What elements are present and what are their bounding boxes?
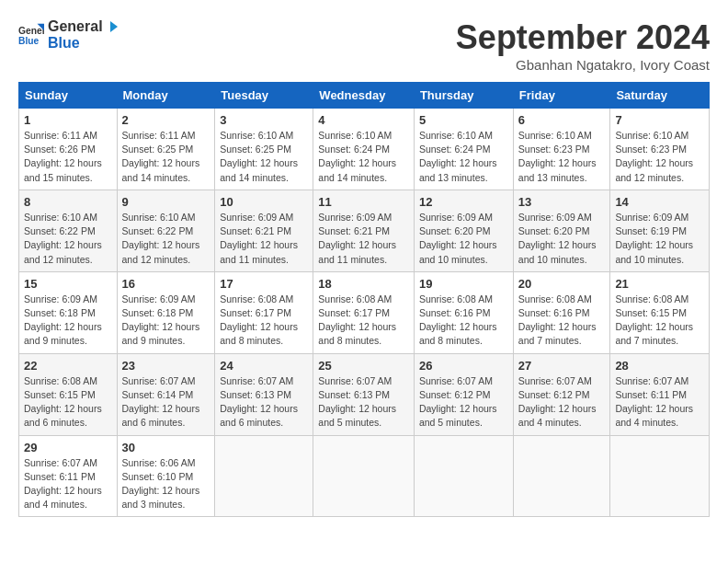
title-block: September 2024 Gbanhan Ngatakro, Ivory C…: [456, 18, 710, 73]
calendar-week-row: 8Sunrise: 6:10 AMSunset: 6:22 PMDaylight…: [19, 190, 710, 271]
calendar-cell: 15Sunrise: 6:09 AMSunset: 6:18 PMDayligh…: [19, 271, 118, 353]
day-number: 9: [122, 195, 210, 209]
calendar-cell: 27Sunrise: 6:07 AMSunset: 6:12 PMDayligh…: [513, 353, 610, 435]
svg-text:Blue: Blue: [18, 36, 40, 46]
day-number: 22: [24, 359, 112, 373]
calendar-cell: 19Sunrise: 6:08 AMSunset: 6:16 PMDayligh…: [414, 271, 513, 353]
day-number: 3: [220, 113, 308, 127]
logo-icon: General Blue: [18, 22, 44, 48]
calendar-cell: 11Sunrise: 6:09 AMSunset: 6:21 PMDayligh…: [313, 190, 415, 271]
calendar-header-row: SundayMondayTuesdayWednesdayThursdayFrid…: [19, 83, 710, 109]
day-info: Sunrise: 6:08 AMSunset: 6:16 PMDaylight:…: [419, 293, 508, 349]
day-number: 6: [518, 113, 606, 127]
day-number: 19: [419, 277, 508, 291]
day-info: Sunrise: 6:11 AMSunset: 6:25 PMDaylight:…: [122, 129, 210, 185]
calendar-cell: 30Sunrise: 6:06 AMSunset: 6:10 PMDayligh…: [117, 435, 215, 517]
logo-general-text: General: [48, 18, 103, 35]
day-info: Sunrise: 6:07 AMSunset: 6:11 PMDaylight:…: [24, 456, 112, 512]
weekday-header-thursday: Thursday: [414, 83, 513, 109]
calendar-cell: [513, 435, 610, 517]
day-number: 7: [615, 113, 704, 127]
logo-arrow-icon: [105, 19, 119, 34]
calendar-cell: [313, 435, 415, 517]
calendar-cell: [414, 435, 513, 517]
logo-blue-text: Blue: [48, 35, 80, 51]
day-info: Sunrise: 6:09 AMSunset: 6:20 PMDaylight:…: [419, 211, 508, 267]
day-info: Sunrise: 6:09 AMSunset: 6:21 PMDaylight:…: [220, 211, 308, 267]
day-info: Sunrise: 6:08 AMSunset: 6:15 PMDaylight:…: [24, 374, 112, 431]
month-title: September 2024: [456, 18, 710, 57]
calendar-cell: 7Sunrise: 6:10 AMSunset: 6:23 PMDaylight…: [610, 109, 710, 190]
calendar-cell: 12Sunrise: 6:09 AMSunset: 6:20 PMDayligh…: [414, 190, 513, 271]
calendar-table: SundayMondayTuesdayWednesdayThursdayFrid…: [18, 82, 710, 517]
calendar-cell: 14Sunrise: 6:09 AMSunset: 6:19 PMDayligh…: [610, 190, 710, 271]
day-number: 26: [419, 359, 508, 373]
calendar-cell: 5Sunrise: 6:10 AMSunset: 6:24 PMDaylight…: [414, 109, 513, 190]
day-number: 11: [318, 195, 409, 209]
calendar-cell: 16Sunrise: 6:09 AMSunset: 6:18 PMDayligh…: [117, 271, 215, 353]
day-info: Sunrise: 6:07 AMSunset: 6:13 PMDaylight:…: [220, 374, 308, 431]
calendar-cell: 18Sunrise: 6:08 AMSunset: 6:17 PMDayligh…: [313, 271, 415, 353]
calendar-cell: 17Sunrise: 6:08 AMSunset: 6:17 PMDayligh…: [215, 271, 313, 353]
day-info: Sunrise: 6:07 AMSunset: 6:12 PMDaylight:…: [419, 374, 508, 431]
calendar-week-row: 15Sunrise: 6:09 AMSunset: 6:18 PMDayligh…: [19, 271, 710, 353]
calendar-cell: 8Sunrise: 6:10 AMSunset: 6:22 PMDaylight…: [19, 190, 118, 271]
calendar-cell: [610, 435, 710, 517]
calendar-cell: 29Sunrise: 6:07 AMSunset: 6:11 PMDayligh…: [19, 435, 118, 517]
day-info: Sunrise: 6:09 AMSunset: 6:20 PMDaylight:…: [518, 211, 606, 267]
day-info: Sunrise: 6:08 AMSunset: 6:17 PMDaylight:…: [220, 293, 308, 349]
day-number: 14: [615, 195, 704, 209]
day-info: Sunrise: 6:10 AMSunset: 6:22 PMDaylight:…: [24, 211, 112, 267]
calendar-cell: 9Sunrise: 6:10 AMSunset: 6:22 PMDaylight…: [117, 190, 215, 271]
weekday-header-sunday: Sunday: [19, 83, 118, 109]
calendar-cell: 25Sunrise: 6:07 AMSunset: 6:13 PMDayligh…: [313, 353, 415, 435]
day-number: 13: [518, 195, 606, 209]
day-number: 20: [518, 277, 606, 291]
day-number: 16: [122, 277, 210, 291]
day-number: 15: [24, 277, 112, 291]
weekday-header-monday: Monday: [117, 83, 215, 109]
page-header: General Blue General Blue September 2024…: [18, 18, 710, 73]
day-info: Sunrise: 6:10 AMSunset: 6:23 PMDaylight:…: [518, 129, 606, 185]
calendar-cell: 3Sunrise: 6:10 AMSunset: 6:25 PMDaylight…: [215, 109, 313, 190]
location-subtitle: Gbanhan Ngatakro, Ivory Coast: [456, 57, 710, 73]
day-number: 30: [122, 441, 210, 454]
day-info: Sunrise: 6:09 AMSunset: 6:18 PMDaylight:…: [24, 293, 112, 349]
calendar-cell: 4Sunrise: 6:10 AMSunset: 6:24 PMDaylight…: [313, 109, 415, 190]
calendar-cell: 23Sunrise: 6:07 AMSunset: 6:14 PMDayligh…: [117, 353, 215, 435]
calendar-cell: 1Sunrise: 6:11 AMSunset: 6:26 PMDaylight…: [19, 109, 118, 190]
calendar-week-row: 29Sunrise: 6:07 AMSunset: 6:11 PMDayligh…: [19, 435, 710, 517]
day-number: 25: [318, 359, 409, 373]
day-info: Sunrise: 6:10 AMSunset: 6:23 PMDaylight:…: [615, 129, 704, 185]
day-number: 29: [24, 441, 112, 454]
day-info: Sunrise: 6:09 AMSunset: 6:19 PMDaylight:…: [615, 211, 704, 267]
calendar-cell: 28Sunrise: 6:07 AMSunset: 6:11 PMDayligh…: [610, 353, 710, 435]
day-info: Sunrise: 6:08 AMSunset: 6:15 PMDaylight:…: [615, 293, 704, 349]
day-info: Sunrise: 6:10 AMSunset: 6:22 PMDaylight:…: [122, 211, 210, 267]
weekday-header-friday: Friday: [513, 83, 610, 109]
calendar-cell: [215, 435, 313, 517]
calendar-cell: 6Sunrise: 6:10 AMSunset: 6:23 PMDaylight…: [513, 109, 610, 190]
day-number: 10: [220, 195, 308, 209]
day-info: Sunrise: 6:08 AMSunset: 6:17 PMDaylight:…: [318, 293, 409, 349]
day-info: Sunrise: 6:07 AMSunset: 6:11 PMDaylight:…: [615, 374, 704, 431]
calendar-cell: 10Sunrise: 6:09 AMSunset: 6:21 PMDayligh…: [215, 190, 313, 271]
calendar-cell: 13Sunrise: 6:09 AMSunset: 6:20 PMDayligh…: [513, 190, 610, 271]
day-info: Sunrise: 6:09 AMSunset: 6:18 PMDaylight:…: [122, 293, 210, 349]
calendar-week-row: 22Sunrise: 6:08 AMSunset: 6:15 PMDayligh…: [19, 353, 710, 435]
day-info: Sunrise: 6:08 AMSunset: 6:16 PMDaylight:…: [518, 293, 606, 349]
calendar-week-row: 1Sunrise: 6:11 AMSunset: 6:26 PMDaylight…: [19, 109, 710, 190]
weekday-header-tuesday: Tuesday: [215, 83, 313, 109]
day-number: 21: [615, 277, 704, 291]
day-info: Sunrise: 6:09 AMSunset: 6:21 PMDaylight:…: [318, 211, 409, 267]
calendar-cell: 22Sunrise: 6:08 AMSunset: 6:15 PMDayligh…: [19, 353, 118, 435]
logo: General Blue General Blue: [18, 18, 119, 52]
calendar-cell: 2Sunrise: 6:11 AMSunset: 6:25 PMDaylight…: [117, 109, 215, 190]
calendar-cell: 20Sunrise: 6:08 AMSunset: 6:16 PMDayligh…: [513, 271, 610, 353]
day-number: 27: [518, 359, 606, 373]
day-info: Sunrise: 6:06 AMSunset: 6:10 PMDaylight:…: [122, 456, 210, 512]
day-number: 17: [220, 277, 308, 291]
day-number: 12: [419, 195, 508, 209]
day-info: Sunrise: 6:07 AMSunset: 6:14 PMDaylight:…: [122, 374, 210, 431]
day-number: 23: [122, 359, 210, 373]
